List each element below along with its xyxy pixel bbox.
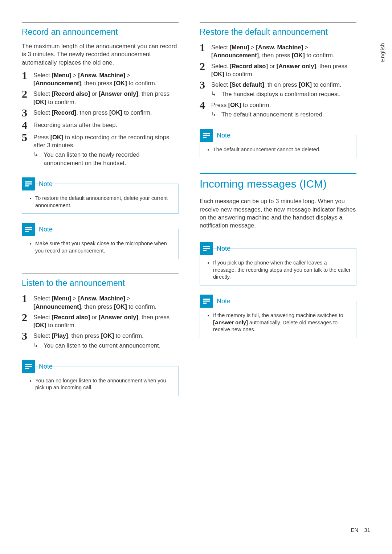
step-item: 2 Select [Record also] or [Answer only],… (22, 89, 179, 106)
note-text: To restore the default announcement, del… (35, 195, 173, 209)
heading-listen-announcement: Listen to the announcement (22, 278, 179, 289)
divider (22, 274, 179, 274)
result-arrow-icon: ↳ (211, 110, 221, 118)
step-text: Select [Record], then press [OK] to conf… (33, 107, 179, 118)
step-text: Select [Record also] or [Answer only], t… (33, 312, 179, 329)
result-arrow-icon: ↳ (33, 151, 44, 167)
language-tab: English (379, 43, 386, 62)
step-item: 3 Select [Record], then press [OK] to co… (22, 107, 179, 118)
step-text: Recording starts after the beep. (33, 120, 179, 131)
svg-rect-14 (203, 250, 207, 251)
note-box: Note The default announcement cannot be … (200, 135, 356, 158)
note-icon (200, 129, 213, 142)
svg-rect-5 (25, 231, 29, 232)
step-item: 3 Select [Play], then press [OK] to conf… (22, 331, 179, 349)
step-number: 5 (22, 132, 33, 167)
step-number: 3 (200, 79, 211, 98)
page-footer: EN 31 (351, 526, 370, 534)
intro-text: The maximum length of the announcement y… (22, 42, 179, 66)
step-item: 2 Select [Record also] or [Answer only],… (200, 61, 356, 78)
note-box: Note To restore the default announcement… (22, 184, 179, 214)
step-item: 5 Press [OK] to stop recording or the re… (22, 132, 179, 167)
result-arrow-icon: ↳ (33, 341, 44, 349)
note-label: Note (39, 362, 53, 371)
note-box: Note If you pick up the phone when the c… (200, 248, 356, 286)
note-text: You can no longer listen to the announce… (35, 377, 173, 391)
svg-rect-17 (203, 303, 207, 304)
svg-rect-11 (203, 137, 207, 138)
svg-rect-8 (25, 368, 29, 369)
note-label: Note (217, 297, 230, 305)
step-number: 1 (200, 42, 211, 59)
svg-rect-13 (203, 248, 210, 249)
note-icon (200, 242, 213, 255)
svg-rect-15 (203, 299, 210, 300)
record-steps: 1 Select [Menu] > [Answ. Machine] > [Ann… (22, 70, 179, 167)
listen-steps: 1 Select [Menu] > [Answ. Machine] > [Ann… (22, 293, 179, 349)
note-icon (22, 360, 35, 373)
intro-text: Each message can be up to 3 minutes long… (200, 197, 356, 229)
svg-rect-2 (25, 185, 29, 186)
step-result: ↳ You can listen to the current announce… (33, 341, 179, 349)
svg-rect-7 (25, 366, 32, 367)
step-text: Select [Menu] > [Answ. Machine] > [Annou… (33, 293, 179, 311)
step-number: 4 (22, 120, 33, 131)
footer-lang: EN (351, 526, 358, 534)
result-arrow-icon: ↳ (211, 90, 221, 98)
step-text: Select [Set default], th en press [OK] t… (211, 79, 356, 98)
step-text: Select [Menu] > [Answ. Machine] > [Annou… (211, 42, 356, 59)
svg-rect-12 (203, 246, 210, 247)
step-item: 4 Recording starts after the beep. (22, 120, 179, 131)
heading-restore-default: Restore the default announcement (200, 26, 356, 38)
step-text: Select [Record also] or [Answer only], t… (33, 89, 179, 106)
step-text: Select [Record also] or [Answer only], t… (211, 61, 356, 78)
step-number: 3 (22, 331, 33, 349)
note-box: Note If the memory is full, the answerin… (200, 301, 356, 338)
step-item: 3 Select [Set default], th en press [OK]… (200, 79, 356, 98)
svg-rect-3 (25, 227, 32, 228)
svg-rect-4 (25, 229, 32, 230)
svg-rect-1 (25, 183, 32, 184)
svg-rect-16 (203, 300, 210, 301)
step-number: 2 (22, 89, 33, 106)
step-text: Select [Menu] > [Answ. Machine] > [Annou… (33, 70, 179, 87)
note-label: Note (39, 180, 53, 188)
step-result: ↳ The handset displays a confirmation re… (211, 90, 356, 98)
step-result: ↳ The default announcement is restored. (211, 110, 356, 118)
step-item: 4 Press [OK] to confirm. ↳ The default a… (200, 100, 356, 119)
step-text: Press [OK] to confirm. ↳ The default ann… (211, 100, 356, 119)
svg-rect-9 (203, 133, 210, 134)
step-number: 3 (22, 107, 33, 118)
step-number: 2 (200, 61, 211, 78)
step-result: ↳ You can listen to the newly recorded a… (33, 151, 179, 167)
step-number: 2 (22, 312, 33, 329)
step-number: 1 (22, 70, 33, 87)
note-box: Note Make sure that you speak close to t… (22, 229, 179, 259)
svg-rect-0 (25, 181, 32, 182)
step-number: 4 (200, 100, 211, 119)
heading-incoming-messages: Incoming messages (ICM) (200, 177, 356, 192)
note-icon (200, 295, 213, 308)
step-number: 1 (22, 293, 33, 311)
step-item: 1 Select [Menu] > [Answ. Machine] > [Ann… (200, 42, 356, 59)
step-text: Press [OK] to stop recording or the reco… (33, 132, 179, 167)
note-text: If the memory is full, the answering mac… (213, 312, 351, 333)
divider (22, 22, 179, 23)
footer-page-number: 31 (364, 526, 370, 534)
divider (200, 22, 356, 23)
section-divider (200, 173, 356, 174)
step-item: 1 Select [Menu] > [Answ. Machine] > [Ann… (22, 293, 179, 311)
step-item: 2 Select [Record also] or [Answer only],… (22, 312, 179, 329)
note-box: Note You can no longer listen to the ann… (22, 366, 179, 396)
step-item: 1 Select [Menu] > [Answ. Machine] > [Ann… (22, 70, 179, 87)
svg-rect-10 (203, 135, 210, 136)
note-text: Make sure that you speak close to the mi… (35, 240, 173, 254)
note-label: Note (217, 131, 230, 140)
note-text: The default announcement cannot be delet… (213, 146, 351, 153)
step-text: Select [Play], then press [OK] to confir… (33, 331, 179, 349)
note-icon (22, 223, 35, 236)
note-icon (22, 177, 35, 190)
svg-rect-6 (25, 364, 32, 365)
note-label: Note (217, 244, 230, 253)
heading-record-announcement: Record an announcement (22, 26, 179, 38)
